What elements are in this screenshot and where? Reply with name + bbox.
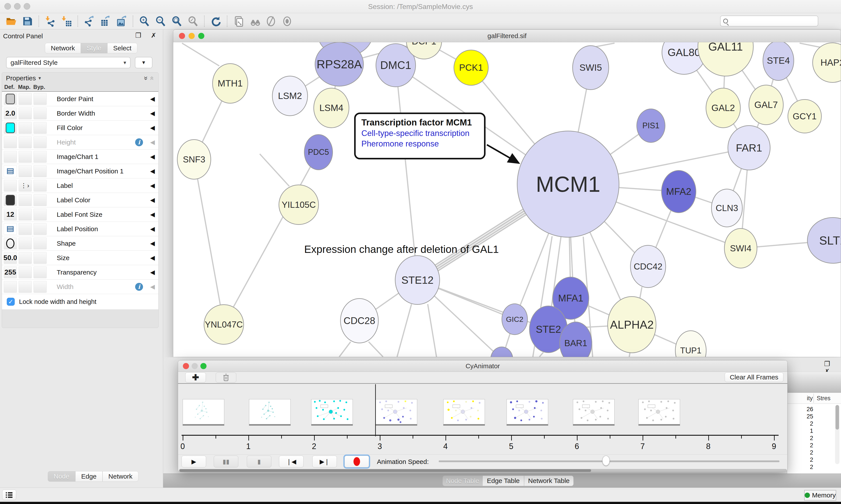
previous-frame-button[interactable]: ❘◀ (279, 456, 304, 467)
collapse-arrow-icon[interactable]: ◀ (150, 167, 155, 175)
frame-thumbnail-6[interactable] (573, 399, 614, 424)
hide-selected-button[interactable] (265, 15, 277, 28)
cyanimator-timeline[interactable]: Seconds 0123456789 (178, 384, 787, 454)
network-node-LSM4[interactable]: LSM4 (314, 88, 349, 128)
memory-button[interactable]: Memory (804, 490, 836, 501)
table-cell-value[interactable]: 26 (791, 406, 813, 413)
network-node-GIC2[interactable]: GIC2 (502, 303, 528, 335)
property-default-cell[interactable] (4, 165, 17, 177)
collapse-arrow-icon[interactable]: ◀ (150, 95, 155, 103)
control-panel-window-buttons[interactable]: ❐ ✗ (135, 32, 160, 39)
style-options-button[interactable]: ▼ (135, 57, 153, 68)
tab-network[interactable]: Network (103, 471, 139, 482)
properties-menu-icon[interactable]: ▾ (38, 75, 41, 81)
property-default-cell[interactable] (4, 137, 17, 148)
network-canvas[interactable]: Transcription factor MCM1 Cell-type-spec… (173, 42, 841, 357)
network-node-PDC5[interactable]: PDC5 (304, 134, 333, 170)
network-node-STE4[interactable]: STE4 (763, 42, 794, 81)
table-cell-value[interactable]: 25 (791, 413, 813, 420)
next-frame-button[interactable]: ▶❘ (312, 456, 337, 467)
collapse-arrow-icon[interactable]: ◀ (150, 211, 155, 218)
network-node-MCM1[interactable]: MCM1 (517, 131, 619, 237)
network-node-PCK1[interactable]: PCK1 (453, 50, 489, 86)
collapse-all-icon[interactable]: « (148, 76, 157, 80)
collapse-arrow-icon[interactable]: ◀ (150, 225, 155, 233)
property-default-cell[interactable]: 255 (4, 267, 17, 278)
tab-network-table[interactable]: Network Table (524, 475, 574, 486)
table-cell-value[interactable]: 2 (791, 420, 813, 427)
property-mapping-cell[interactable] (19, 194, 32, 206)
network-window-titlebar[interactable]: galFiltered.sif (173, 30, 841, 42)
annotation-box[interactable]: Transcription factor MCM1 Cell-type-spec… (354, 112, 486, 159)
export-network-button[interactable] (83, 15, 95, 28)
property-default-cell[interactable] (4, 237, 17, 249)
collapse-arrow-icon[interactable]: ◀ (150, 110, 155, 117)
property-bypass-cell[interactable] (34, 267, 47, 278)
network-snapshot-button[interactable] (232, 15, 245, 28)
property-mapping-cell[interactable] (19, 223, 32, 235)
table-cell-value[interactable]: 1 (791, 428, 813, 434)
collapse-arrow-icon[interactable]: ◀ (150, 196, 155, 204)
style-selector[interactable]: galFiltered Style ▾ (6, 57, 130, 68)
collapse-arrow-icon[interactable]: ◀ (150, 283, 155, 290)
frame-thumbnail-1[interactable] (249, 399, 291, 424)
collapse-arrow-icon[interactable]: ◀ (150, 182, 155, 189)
tab-edge[interactable]: Edge (75, 471, 103, 482)
property-bypass-cell[interactable] (34, 151, 47, 163)
property-mapping-cell[interactable] (19, 108, 32, 119)
network-node-RPS28A[interactable]: RPS28A (315, 42, 364, 87)
network-node-YIL105C[interactable]: YIL105C (279, 184, 319, 225)
record-button[interactable] (344, 456, 369, 467)
export-image-button[interactable] (115, 15, 128, 28)
cyanimator-titlebar[interactable]: CyAnimator (178, 360, 787, 372)
property-bypass-cell[interactable] (34, 237, 47, 249)
import-table-button[interactable] (60, 15, 73, 28)
network-node-GAL7[interactable]: GAL7 (749, 85, 784, 125)
network-node-GAL2[interactable]: GAL2 (706, 88, 741, 128)
property-bypass-cell[interactable] (34, 93, 47, 105)
property-default-cell[interactable]: 2.0 (4, 108, 17, 119)
property-mapping-cell[interactable] (19, 151, 32, 163)
frame-thumbnail-2[interactable] (311, 399, 353, 424)
stop-button[interactable]: ▮ (247, 456, 271, 467)
zoom-fit-button[interactable]: ▢ (171, 15, 183, 28)
tab-node-table[interactable]: Node Table (443, 475, 482, 486)
property-bypass-cell[interactable] (34, 209, 47, 220)
info-icon[interactable]: i (135, 138, 143, 146)
open-session-button[interactable] (5, 15, 18, 28)
table-cell-value[interactable]: 2 (791, 442, 813, 449)
network-node-LSM2[interactable]: LSM2 (272, 76, 308, 116)
property-mapping-cell[interactable]: ⋮› (19, 180, 32, 192)
search-input[interactable] (730, 18, 815, 24)
property-bypass-cell[interactable] (34, 281, 47, 293)
network-node-CLN3[interactable]: CLN3 (711, 189, 742, 227)
property-default-cell[interactable] (4, 151, 17, 163)
frame-thumbnail-4[interactable] (443, 399, 485, 424)
property-default-cell[interactable] (4, 194, 17, 206)
search-field[interactable] (720, 16, 818, 26)
property-default-cell[interactable] (4, 93, 17, 105)
property-bypass-cell[interactable] (34, 180, 47, 192)
property-mapping-cell[interactable] (19, 252, 32, 264)
table-scrollbar[interactable] (835, 405, 839, 464)
frame-thumbnail-5[interactable] (506, 399, 548, 424)
lock-size-checkbox[interactable]: ✓ (7, 298, 15, 306)
slider-thumb[interactable] (602, 456, 610, 466)
add-frame-button[interactable]: ✚ (185, 373, 206, 382)
frame-thumbnail-7[interactable] (639, 399, 680, 424)
property-bypass-cell[interactable] (34, 223, 47, 235)
collapse-arrow-icon[interactable]: ◀ (150, 124, 155, 131)
canvas-text-annotation[interactable]: Expression change after deletion of GAL1 (304, 243, 499, 255)
zoom-out-button[interactable]: − (154, 15, 167, 28)
property-bypass-cell[interactable] (34, 122, 47, 134)
property-bypass-cell[interactable] (34, 252, 47, 264)
import-network-button[interactable] (44, 15, 56, 28)
tab-style[interactable]: Style (81, 43, 107, 53)
property-default-cell[interactable]: 50.0 (4, 252, 17, 264)
tab-select[interactable]: Select (107, 43, 137, 53)
property-mapping-cell[interactable] (19, 267, 32, 278)
network-node-STE12[interactable]: STE12 (395, 255, 440, 305)
network-node-ALPHA2[interactable]: ALPHA2 (607, 296, 656, 353)
network-node-CDC28[interactable]: CDC28 (340, 298, 379, 343)
timeline-scrollbar[interactable] (179, 469, 787, 472)
